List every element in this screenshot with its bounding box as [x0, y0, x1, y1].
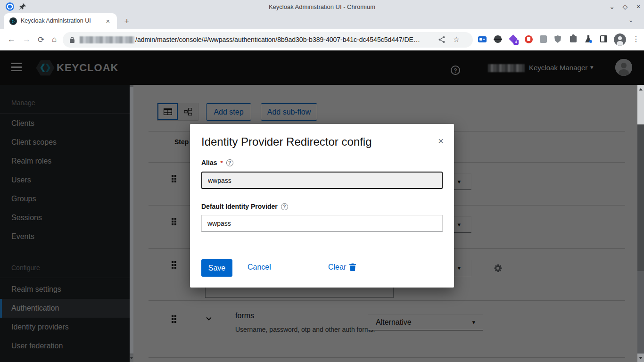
clear-button[interactable]: Clear	[328, 263, 356, 272]
extension-gray-icon[interactable]	[540, 35, 548, 44]
back-button[interactable]: ←	[8, 35, 16, 44]
extension-flask-icon[interactable]	[585, 35, 594, 44]
tab-strip: Keycloak Administration UI × + ⌄	[0, 13, 644, 29]
tab-close-icon[interactable]: ×	[104, 17, 112, 25]
save-button[interactable]: Save	[201, 259, 232, 277]
close-window-button[interactable]: ×	[634, 2, 643, 11]
keycloak-favicon	[9, 17, 17, 25]
url-bar[interactable]: /admin/master/console/#/wwpass/authentic…	[63, 32, 473, 48]
tab-list-chevron-icon[interactable]: ⌄	[628, 16, 634, 24]
alias-help-icon[interactable]: ?	[226, 159, 233, 166]
bookmark-star-icon[interactable]: ☆	[453, 35, 460, 44]
browser-tab[interactable]: Keycloak Administration UI ×	[4, 13, 117, 29]
extension-password-card-icon[interactable]	[478, 35, 487, 44]
extension-panel-icon[interactable]	[600, 35, 609, 44]
sidebar-scrollbar-thumb[interactable]	[130, 87, 133, 354]
default-idp-label: Default Identity Provider	[201, 203, 278, 210]
sidebar-scrollbar[interactable]	[130, 85, 133, 362]
share-icon[interactable]	[438, 36, 446, 43]
extension-purple-diamond-icon[interactable]: 4	[510, 35, 518, 44]
extension-spy-icon[interactable]	[494, 35, 503, 44]
window-titlebar: Keycloak Administration UI - Chromium ⌄ …	[0, 0, 644, 13]
trash-icon	[349, 263, 356, 271]
window-title: Keycloak Administration UI - Chromium	[0, 3, 644, 10]
default-idp-label-row: Default Identity Provider ?	[201, 203, 288, 210]
reload-button[interactable]: ⟳	[38, 35, 44, 45]
modal-title: Identity Provider Redirector config	[201, 135, 372, 148]
tab-title: Keycloak Administration UI	[21, 17, 96, 24]
extension-blocker-icon[interactable]	[525, 35, 533, 44]
alias-input[interactable]	[201, 172, 443, 189]
maximize-button[interactable]: ◇	[620, 2, 630, 11]
forward-button: →	[23, 35, 31, 44]
cancel-button[interactable]: Cancel	[248, 263, 271, 272]
page-scrollbar-thumb[interactable]	[637, 85, 644, 124]
url-path: /admin/master/console/#/wwpass/authentic…	[135, 36, 420, 43]
page-scroll-down-arrow[interactable]	[637, 354, 644, 362]
idp-redirector-config-modal: Identity Provider Redirector config × Al…	[190, 124, 454, 288]
page-scrollbar-track	[637, 271, 644, 354]
extension-badge: 4	[513, 40, 519, 45]
browser-toolbar: ← → ⟳ ⌂ /admin/master/console/#/wwpass/a…	[0, 29, 644, 50]
extension-shield-icon[interactable]	[554, 35, 563, 44]
home-button[interactable]: ⌂	[52, 35, 57, 44]
required-asterisk: *	[220, 159, 223, 166]
default-idp-help-icon[interactable]: ?	[281, 203, 288, 210]
minimize-button[interactable]: ⌄	[607, 2, 617, 11]
sidebar-scroll-down-arrow[interactable]	[130, 354, 133, 362]
alias-label-row: Alias * ?	[201, 159, 233, 166]
new-tab-button[interactable]: +	[122, 16, 132, 26]
redacted-domain	[80, 36, 134, 43]
default-idp-input[interactable]	[201, 215, 443, 232]
modal-close-icon[interactable]: ×	[438, 136, 444, 146]
clear-label: Clear	[328, 263, 346, 272]
lock-icon	[69, 36, 75, 43]
extensions-puzzle-icon[interactable]	[570, 35, 578, 44]
alias-label: Alias	[201, 159, 217, 166]
browser-menu-kebab-icon[interactable]: ⋮	[632, 34, 640, 43]
page-scrollbar[interactable]	[637, 85, 644, 362]
browser-profile-avatar[interactable]	[614, 33, 626, 46]
